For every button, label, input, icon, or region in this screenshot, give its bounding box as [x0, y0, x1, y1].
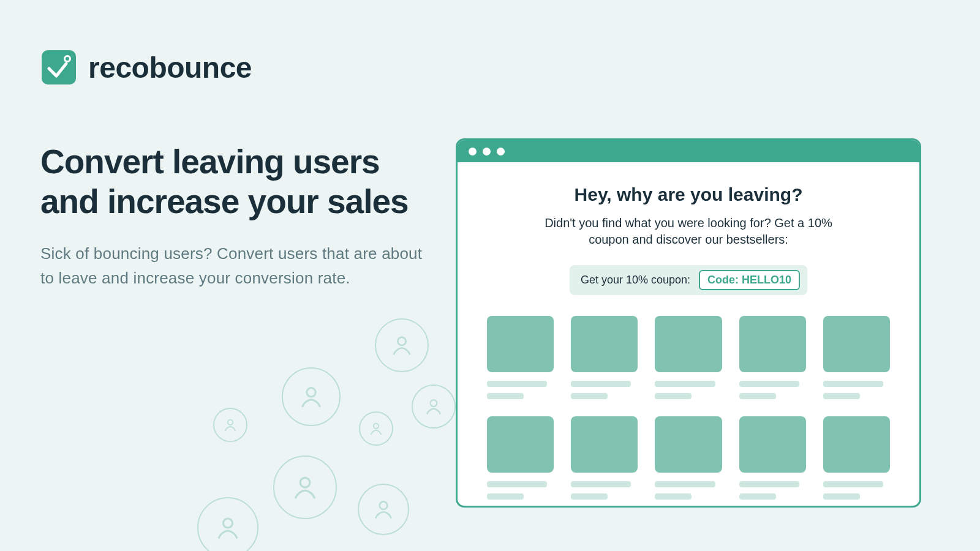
brand-name: recobounce: [88, 51, 252, 84]
skeleton-line: [655, 481, 715, 487]
traffic-light-icon: [469, 148, 477, 156]
user-icon: [197, 497, 258, 551]
skeleton-line: [739, 393, 776, 399]
popup-subtitle: Didn't you find what you were looking fo…: [529, 215, 848, 248]
product-card: [739, 416, 806, 500]
product-card: [571, 416, 638, 500]
svg-point-5: [431, 400, 437, 407]
skeleton-line: [655, 493, 692, 500]
coupon-code-badge[interactable]: Code: HELLO10: [699, 270, 800, 290]
coupon-pill: Get your 10% coupon: Code: HELLO10: [570, 265, 807, 295]
skeleton-line: [823, 381, 883, 387]
skeleton-line: [487, 381, 547, 387]
product-thumb-placeholder: [823, 316, 890, 372]
browser-body: Hey, why are you leaving? Didn't you fin…: [458, 162, 919, 506]
svg-point-3: [228, 420, 233, 425]
brand-mark-icon: [42, 50, 76, 84]
user-icon: [359, 411, 393, 446]
svg-point-1: [398, 337, 405, 345]
svg-point-0: [65, 56, 70, 62]
product-thumb-placeholder: [655, 316, 722, 372]
browser-mockup: Hey, why are you leaving? Didn't you fin…: [456, 138, 921, 508]
skeleton-line: [571, 393, 608, 399]
product-thumb-placeholder: [823, 416, 890, 473]
coupon-label: Get your 10% coupon:: [581, 274, 690, 287]
skeleton-line: [823, 493, 860, 500]
svg-point-8: [380, 501, 388, 509]
hero-subcopy: Sick of bouncing users? Convert users th…: [40, 241, 432, 291]
user-icon: [358, 484, 409, 535]
product-thumb-placeholder: [571, 416, 638, 473]
product-thumb-placeholder: [487, 316, 554, 372]
skeleton-line: [487, 393, 524, 399]
skeleton-line: [739, 381, 799, 387]
product-thumb-placeholder: [739, 416, 806, 473]
product-grid: [487, 316, 890, 506]
product-card: [823, 416, 890, 500]
skeleton-line: [571, 381, 631, 387]
hero-copy: Convert leaving users and increase your …: [40, 142, 432, 290]
product-card: [487, 316, 554, 399]
brand-logo: recobounce: [42, 50, 252, 84]
skeleton-line: [655, 393, 692, 399]
product-thumb-placeholder: [571, 316, 638, 372]
browser-title-bar: [458, 140, 919, 162]
skeleton-line: [487, 493, 524, 500]
skeleton-line: [655, 381, 715, 387]
skeleton-line: [487, 481, 547, 487]
product-thumb-placeholder: [655, 416, 722, 473]
svg-point-7: [224, 519, 233, 528]
hero-headline: Convert leaving users and increase your …: [40, 142, 432, 222]
traffic-light-icon: [483, 148, 491, 156]
skeleton-line: [571, 493, 608, 500]
user-icon: [273, 455, 337, 519]
user-icon: [282, 367, 341, 426]
svg-point-2: [307, 388, 315, 397]
svg-point-6: [300, 478, 310, 487]
user-icon: [375, 318, 429, 372]
product-card: [823, 316, 890, 399]
skeleton-line: [823, 481, 883, 487]
user-icon: [213, 408, 247, 442]
product-thumb-placeholder: [487, 416, 554, 473]
product-card: [571, 316, 638, 399]
skeleton-line: [823, 393, 860, 399]
svg-point-4: [374, 424, 379, 429]
product-card: [487, 416, 554, 500]
skeleton-line: [571, 481, 631, 487]
skeleton-line: [739, 481, 799, 487]
traffic-light-icon: [497, 148, 505, 156]
popup-title: Hey, why are you leaving?: [487, 184, 890, 205]
user-icon: [412, 384, 456, 429]
product-card: [739, 316, 806, 399]
product-card: [655, 316, 722, 399]
skeleton-line: [739, 493, 776, 500]
product-card: [655, 416, 722, 500]
product-thumb-placeholder: [739, 316, 806, 372]
